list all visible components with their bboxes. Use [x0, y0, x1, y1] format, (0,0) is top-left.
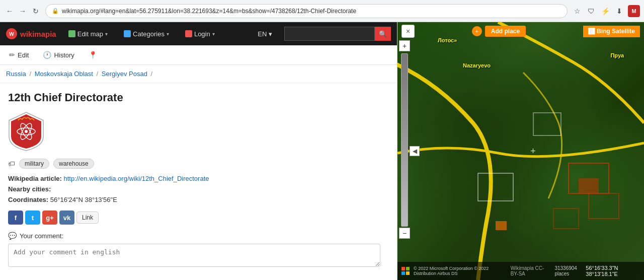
left-panel: w wikimapia Edit map ▾ Categories ▾ Logi… — [0, 22, 397, 280]
nav-categories[interactable]: Categories ▾ — [120, 28, 173, 40]
social-row: f t g+ vk Link — [8, 211, 389, 225]
lang-dropdown-icon: ▾ — [269, 30, 272, 38]
tag-military[interactable]: military — [19, 159, 49, 169]
nav-login[interactable]: Login ▾ — [181, 28, 219, 40]
map-zoom-controls: + − — [397, 40, 412, 240]
page-toolbar: ✏ Edit 🕐 History 📍 — [0, 45, 397, 65]
login-dropdown-icon: ▾ — [212, 31, 215, 37]
zoom-in-button[interactable]: + — [399, 40, 410, 51]
breadcrumb: Russia / Moskovskaja Oblast / Sergiyev P… — [0, 65, 397, 83]
map-label-nazaryevo: Nazaryevo — [463, 62, 491, 68]
download-button[interactable]: ⬇ — [614, 6, 625, 17]
edit-map-icon — [68, 30, 75, 37]
forward-button[interactable]: → — [17, 6, 28, 17]
svg-rect-11 — [401, 267, 405, 270]
tag-warehouse[interactable]: warehouse — [53, 159, 94, 169]
shield-button[interactable]: 🛡 — [586, 6, 597, 17]
breadcrumb-russia[interactable]: Russia — [6, 70, 26, 78]
add-place-icon: + — [472, 26, 482, 36]
comment-icon: 💬 — [8, 232, 17, 240]
login-label: Login — [194, 30, 210, 38]
place-count: 31336904 places — [554, 265, 586, 276]
logo-mapia: mapia — [34, 30, 56, 38]
map-label-prua: Пруа — [610, 52, 624, 58]
zoom-scale[interactable] — [401, 53, 408, 227]
edit-label: Edit — [18, 51, 29, 59]
wikipedia-link[interactable]: http://en.wikipedia.org/wiki/12th_Chief_… — [63, 175, 209, 182]
place-emblem — [8, 111, 44, 152]
svg-rect-10 — [496, 221, 507, 230]
categories-dropdown-icon: ▾ — [167, 31, 169, 37]
edit-button[interactable]: ✏ Edit — [6, 49, 32, 60]
logo-text: wikimapia — [20, 30, 56, 38]
svg-rect-14 — [406, 271, 410, 275]
wikipedia-row: Wikipedia article: http://en.wikipedia.o… — [8, 175, 389, 182]
add-place-button[interactable]: Add place — [485, 26, 526, 37]
lang-label: EN — [258, 30, 267, 38]
bing-satellite-label[interactable]: 🅱 Bing Satellite — [583, 26, 640, 37]
zoom-out-button[interactable]: − — [399, 228, 410, 239]
nav-search-input[interactable] — [284, 27, 375, 41]
googleplus-button[interactable]: g+ — [42, 211, 57, 225]
nav-search-box: 🔍 — [284, 27, 391, 41]
breadcrumb-sep1: / — [29, 70, 31, 78]
bookmark-button[interactable]: ☆ — [572, 6, 583, 17]
breadcrumb-sep3: / — [151, 70, 153, 78]
map-crosshair: + — [530, 146, 536, 157]
breadcrumb-sergiyev[interactable]: Sergiyev Posad — [102, 70, 147, 78]
place-title: 12th Chief Directorate — [8, 91, 389, 104]
back-button[interactable]: ← — [4, 6, 15, 17]
link-button[interactable]: Link — [76, 212, 99, 224]
url-text: wikimapia.org/#lang=en&lat=56.275911&lon… — [62, 8, 561, 15]
lang-selector[interactable]: EN ▾ — [258, 30, 272, 38]
map-close-button[interactable]: × — [401, 25, 415, 38]
pin-button[interactable]: 📍 — [86, 49, 100, 60]
coordinates-row: Coordinates: 56°16'24"N 38°13'56"E — [8, 196, 389, 203]
svg-rect-9 — [533, 113, 561, 135]
wikipedia-label: Wikipedia article: — [8, 175, 62, 182]
browser-chrome: ← → ↻ 🔒 wikimapia.org/#lang=en&lat=56.27… — [0, 0, 644, 22]
twitter-button[interactable]: t — [25, 211, 40, 225]
history-label: History — [54, 51, 74, 59]
address-bar[interactable]: 🔒 wikimapia.org/#lang=en&lat=56.275911&l… — [45, 4, 568, 18]
vk-button[interactable]: vk — [59, 211, 74, 225]
wikimapia-logo[interactable]: w wikimapia — [6, 28, 56, 39]
coordinates-value: 56°16'24"N 38°13'56"E — [50, 196, 117, 203]
login-icon — [185, 30, 192, 37]
svg-rect-12 — [406, 267, 410, 270]
map-roads-svg — [397, 22, 644, 280]
coordinates-label: Coordinates: — [8, 196, 48, 203]
wikimapia-credit: Wikimapia CC-BY-SA — [511, 265, 550, 276]
breadcrumb-moskovskaja[interactable]: Moskovskaja Oblast — [35, 70, 93, 78]
nearby-label: Nearby cities: — [8, 185, 51, 193]
browser-nav-buttons: ← → ↻ — [4, 6, 41, 17]
map-panel[interactable]: Лотос» Nazaryevo Пруа + × + Add place 🅱 … — [397, 22, 644, 280]
categories-label: Categories — [133, 30, 165, 38]
map-top-bar: × + Add place 🅱 Bing Satellite — [397, 22, 644, 40]
svg-rect-13 — [401, 271, 405, 275]
nav-search-button[interactable]: 🔍 — [375, 27, 391, 41]
svg-rect-5 — [579, 178, 599, 193]
reload-button[interactable]: ↻ — [30, 6, 41, 17]
nav-edit-map[interactable]: Edit map ▾ — [64, 28, 112, 40]
comment-input[interactable] — [8, 244, 380, 267]
map-container[interactable]: Лотос» Nazaryevo Пруа + × + Add place 🅱 … — [397, 22, 644, 280]
map-attribution: © 2022 Microsoft Corporation © 2022 Dist… — [414, 266, 511, 276]
comment-label-text: Your comment: — [20, 232, 63, 240]
edit-map-label: Edit map — [77, 30, 103, 38]
facebook-button[interactable]: f — [8, 211, 23, 225]
history-button[interactable]: 🕐 History — [40, 49, 77, 60]
svg-point-3 — [25, 130, 28, 133]
nearby-row: Nearby cities: — [8, 185, 389, 193]
extension-menu-button[interactable]: ⚡ — [600, 6, 611, 17]
bing-text: Bing Satellite — [597, 28, 635, 35]
map-coordinates: 56°16'33.3"N 38°13'18.1"E — [586, 265, 640, 277]
microsoft-logo — [401, 267, 410, 275]
extension-badge[interactable]: M — [628, 5, 640, 17]
map-top-right: 🅱 Bing Satellite — [583, 26, 640, 37]
bing-icon: 🅱 — [588, 28, 595, 35]
wikimapia-navbar: w wikimapia Edit map ▾ Categories ▾ Logi… — [0, 22, 397, 45]
main-container: w wikimapia Edit map ▾ Categories ▾ Logi… — [0, 22, 644, 280]
tags-section: 🏷 military warehouse — [8, 159, 389, 169]
categories-icon — [124, 30, 131, 37]
